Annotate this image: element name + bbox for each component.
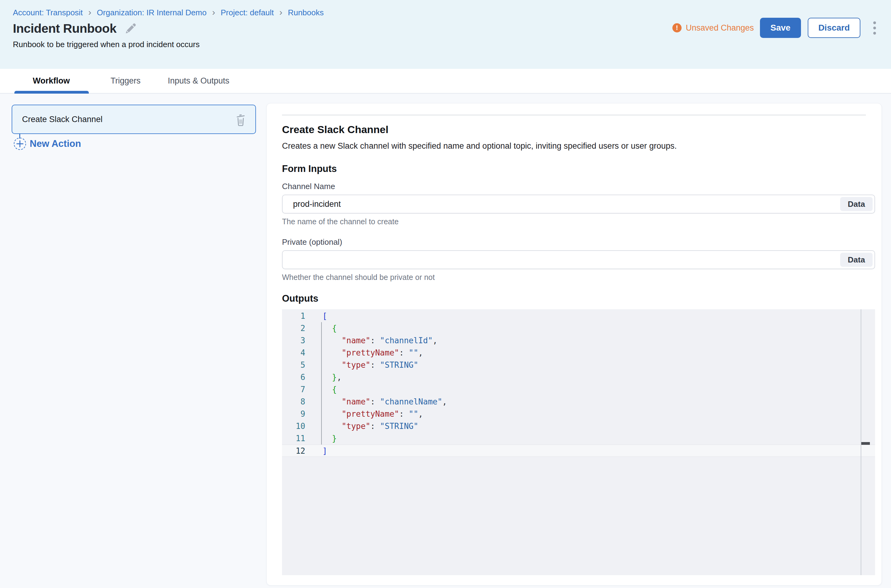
workflow-step-create-slack-channel[interactable]: Create Slack Channel (12, 105, 256, 134)
tab-inputs-outputs[interactable]: Inputs & Outputs (168, 69, 229, 93)
breadcrumb-account-link[interactable]: Account: Transposit (13, 8, 83, 18)
kebab-dot-icon (873, 27, 876, 29)
line-number: 4 (282, 346, 305, 359)
code-line[interactable]: 12] (282, 444, 875, 457)
step-detail-title: Create Slack Channel (282, 124, 388, 135)
code-line[interactable]: 5 "type": "STRING" (282, 359, 875, 371)
more-options-button[interactable] (868, 19, 880, 37)
code-line[interactable]: 11 } (282, 432, 875, 444)
line-number: 2 (282, 322, 305, 334)
discard-button[interactable]: Discard (808, 18, 860, 38)
new-action-button[interactable]: New Action (14, 138, 81, 150)
code-line[interactable]: 7 { (282, 383, 875, 396)
code-line[interactable]: 10 "type": "STRING" (282, 420, 875, 432)
breadcrumb-separator-icon: › (279, 8, 282, 16)
code-line-text: ] (305, 445, 327, 456)
line-number: 11 (282, 432, 305, 444)
line-number: 6 (282, 371, 305, 383)
breadcrumb-project-link[interactable]: Project: default (221, 8, 274, 18)
code-line[interactable]: 1[ (282, 310, 875, 322)
channel-name-helper-text: The name of the channel to create (282, 217, 399, 226)
code-line[interactable]: 2 { (282, 322, 875, 334)
breadcrumb-runbooks-link[interactable]: Runbooks (288, 8, 324, 18)
tab-workflow[interactable]: Workflow (33, 69, 70, 93)
step-detail-panel: Create Slack Channel Creates a new Slack… (266, 103, 882, 585)
code-line[interactable]: 8 "name": "channelName", (282, 396, 875, 408)
code-line[interactable]: 6 }, (282, 371, 875, 383)
pencil-icon (125, 23, 136, 34)
line-number: 3 (282, 334, 305, 346)
active-tab-indicator (14, 91, 89, 94)
step-detail-description: Creates a new Slack channel with specifi… (282, 141, 677, 151)
save-button[interactable]: Save (760, 18, 801, 38)
line-number: 12 (282, 445, 305, 456)
delete-step-button[interactable] (234, 113, 247, 127)
private-input[interactable] (282, 250, 875, 269)
new-action-label: New Action (30, 138, 81, 149)
channel-name-data-button[interactable]: Data (840, 197, 873, 211)
line-number: 7 (282, 383, 305, 396)
kebab-dot-icon (873, 21, 876, 24)
line-number: 1 (282, 310, 305, 322)
code-line-text: "name": "channelName", (305, 396, 447, 408)
tab-triggers[interactable]: Triggers (111, 69, 140, 93)
kebab-dot-icon (873, 32, 876, 34)
breadcrumb: Account: Transposit › Organization: IR I… (13, 8, 324, 18)
form-inputs-heading: Form Inputs (282, 164, 337, 174)
line-number: 8 (282, 396, 305, 408)
breadcrumb-separator-icon: › (88, 8, 91, 16)
outputs-heading: Outputs (282, 293, 318, 304)
code-line-text: "type": "STRING" (305, 359, 418, 371)
status-text: Unsaved Changes (686, 23, 754, 33)
private-helper-text: Whether the channel should be private or… (282, 273, 435, 282)
page-title: Incident Runbook (13, 21, 116, 36)
code-line[interactable]: 4 "prettyName": "", (282, 346, 875, 359)
private-field-wrap: Data (282, 250, 875, 269)
line-number: 9 (282, 408, 305, 420)
code-line[interactable]: 9 "prettyName": "", (282, 408, 875, 420)
code-line-text: "type": "STRING" (305, 420, 418, 432)
outputs-code-editor[interactable]: 1[2 {3 "name": "channelId",4 "prettyName… (282, 309, 875, 575)
line-number: 5 (282, 359, 305, 371)
indent-guide-line (321, 322, 322, 444)
code-line[interactable]: 3 "name": "channelId", (282, 334, 875, 346)
private-data-button[interactable]: Data (840, 253, 873, 267)
channel-name-field-wrap: Data (282, 195, 875, 213)
workflow-content: Create Slack Channel New Action Create S… (0, 94, 891, 588)
top-divider (282, 115, 866, 116)
alert-icon: ! (673, 23, 682, 32)
editor-scrollbar-thumb[interactable] (861, 442, 870, 445)
code-line-text: "name": "channelId", (305, 334, 438, 346)
code-lines: 1[2 {3 "name": "channelId",4 "prettyName… (282, 310, 875, 457)
trash-icon (235, 114, 246, 126)
code-line-text: "prettyName": "", (305, 408, 423, 420)
breadcrumb-organization-link[interactable]: Organization: IR Internal Demo (97, 8, 206, 18)
code-line-text: }, (305, 371, 342, 383)
channel-name-input[interactable] (282, 195, 875, 213)
page-header: Account: Transposit › Organization: IR I… (0, 0, 891, 69)
unsaved-changes-status: ! Unsaved Changes (673, 23, 754, 33)
private-label: Private (optional) (282, 237, 342, 247)
breadcrumb-separator-icon: › (212, 8, 215, 16)
code-line-text: [ (305, 310, 327, 322)
plus-icon (14, 138, 26, 150)
channel-name-label: Channel Name (282, 182, 335, 191)
workflow-step-label: Create Slack Channel (22, 115, 102, 124)
edit-title-button[interactable] (124, 22, 137, 35)
tab-bar: Workflow Triggers Inputs & Outputs (0, 69, 891, 94)
code-line-text: "prettyName": "", (305, 346, 423, 359)
page-subtitle: Runbook to be triggered when a prod inci… (13, 40, 200, 49)
line-number: 10 (282, 420, 305, 432)
